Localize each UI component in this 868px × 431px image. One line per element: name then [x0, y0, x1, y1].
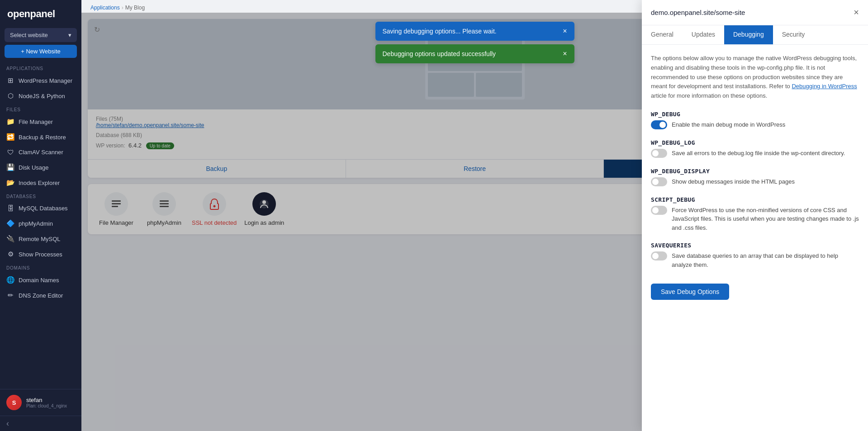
toggle-wp-debug[interactable]: [651, 120, 667, 129]
shield-icon: 🛡: [6, 148, 14, 156]
folder-icon: 📁: [6, 118, 14, 126]
sidebar-item-label: NodeJS & Python: [19, 93, 65, 99]
debug-option-desc-wp-debug: Enable the main debug mode in WordPress: [672, 120, 785, 129]
toggle-wp-debug-display-slider: [651, 177, 667, 186]
debug-option-name-script-debug: SCRIPT_DEBUG: [651, 196, 859, 203]
debug-option-savequeries: SAVEQUERIES Save database queries to an …: [651, 242, 859, 269]
tab-debugging[interactable]: Debugging: [724, 25, 773, 44]
toggle-script-debug-slider: [651, 206, 667, 215]
avatar: S: [6, 395, 22, 410]
sidebar-item-disk-usage[interactable]: 💾 Disk Usage: [0, 160, 81, 175]
sidebar-item-label: Disk Usage: [19, 164, 48, 171]
toggle-script-debug[interactable]: [651, 206, 667, 215]
database-icon: 🗄: [6, 204, 14, 212]
user-plan: Plan: cloud_4_nginx: [26, 403, 67, 408]
inodes-icon: 📂: [6, 179, 14, 187]
sidebar-item-phpmyadmin[interactable]: 🔷 phpMyAdmin: [0, 216, 81, 231]
sidebar-item-label: Domain Names: [19, 277, 59, 284]
breadcrumb-child: My Blog: [125, 5, 145, 11]
panel-header: demo.openpanel.site/some-site ×: [642, 0, 868, 25]
user-name: stefan: [26, 397, 67, 403]
sidebar-item-backup-restore[interactable]: 🔁 Backup & Restore: [0, 129, 81, 145]
panel-close-button[interactable]: ×: [854, 7, 859, 18]
sidebar-item-inodes[interactable]: 📂 Inodes Explorer: [0, 175, 81, 190]
sidebar-collapse-button[interactable]: ‹: [0, 416, 81, 431]
tab-security[interactable]: Security: [773, 25, 814, 44]
toast-success: Debugging options updated successfully ×: [375, 44, 574, 63]
backup-icon: 🔁: [6, 133, 14, 141]
sidebar-item-label: MySQL Databases: [19, 205, 68, 212]
processes-icon: ⚙: [6, 250, 14, 258]
section-label-databases: Databases: [0, 190, 81, 201]
globe-icon: 🌐: [6, 276, 14, 284]
sidebar-item-label: File Manager: [19, 118, 53, 125]
toast-saving-close[interactable]: ×: [557, 27, 567, 35]
panel-tabs: General Updates Debugging Security: [642, 25, 868, 45]
save-debug-options-button[interactable]: Save Debug Options: [651, 284, 729, 300]
sidebar-item-label: DNS Zone Editor: [19, 292, 63, 299]
nodejs-icon: ⬡: [6, 92, 14, 100]
sidebar-item-label: ClamAV Scanner: [19, 149, 63, 156]
section-label-domains: Domains: [0, 262, 81, 272]
sidebar-footer: S stefan Plan: cloud_4_nginx: [0, 389, 81, 416]
toast-success-close[interactable]: ×: [557, 50, 567, 58]
sidebar: openpanel Select website ▾ + New Website…: [0, 0, 81, 431]
toggle-wp-debug-log[interactable]: [651, 149, 667, 158]
plugin-icon: 🔌: [6, 235, 14, 243]
debug-option-wp-debug-log: WP_DEBUG_LOG Save all errors to the debu…: [651, 139, 859, 158]
debug-option-desc-script-debug: Force WordPress to use the non-minified …: [672, 206, 859, 232]
disk-icon: 💾: [6, 163, 14, 171]
debug-option-name-savequeries: SAVEQUERIES: [651, 242, 859, 249]
select-website-label: Select website: [10, 32, 48, 38]
debug-option-name-wp-debug-log: WP_DEBUG_LOG: [651, 139, 859, 146]
section-label-files: Files: [0, 104, 81, 114]
wordpress-icon: ⊞: [6, 76, 14, 85]
sidebar-item-label: Backup & Restore: [19, 134, 66, 141]
chevron-down-icon: ▾: [68, 32, 71, 38]
debug-option-desc-wp-debug-log: Save all errors to the debug.log file in…: [672, 149, 845, 158]
debug-option-name-wp-debug: WP_DEBUG: [651, 111, 859, 118]
debugging-panel: demo.openpanel.site/some-site × General …: [642, 0, 868, 431]
sidebar-item-file-manager[interactable]: 📁 File Manager: [0, 114, 81, 129]
debug-option-desc-wp-debug-display: Show debug messages inside the HTML page…: [672, 177, 795, 186]
new-website-button[interactable]: + New Website: [5, 45, 77, 58]
tab-updates[interactable]: Updates: [683, 25, 724, 44]
sidebar-item-label: WordPress Manager: [19, 77, 72, 84]
sidebar-item-label: phpMyAdmin: [19, 220, 53, 227]
panel-body: The options below allow you to manage th…: [642, 45, 868, 431]
panel-title: demo.openpanel.site/some-site: [651, 9, 745, 16]
toast-saving: Saving debugging options... Please wait.…: [375, 22, 574, 41]
toggle-wp-debug-display[interactable]: [651, 177, 667, 186]
section-label-applications: Applications: [0, 62, 81, 73]
debug-docs-link[interactable]: Debugging in WordPress: [792, 83, 857, 90]
sidebar-item-label: Show Processes: [19, 251, 62, 258]
select-website-dropdown[interactable]: Select website ▾: [5, 28, 77, 42]
debug-option-desc-savequeries: Save database queries to an array that c…: [672, 251, 859, 269]
sidebar-logo: openpanel: [0, 0, 81, 28]
sidebar-item-remote-mysql[interactable]: 🔌 Remote MySQL: [0, 231, 81, 246]
debug-option-wp-debug-display: WP_DEBUG_DISPLAY Show debug messages ins…: [651, 168, 859, 186]
edit-icon: ✏: [6, 291, 14, 299]
debug-option-script-debug: SCRIPT_DEBUG Force WordPress to use the …: [651, 196, 859, 232]
breadcrumb-root[interactable]: Applications: [90, 5, 120, 11]
debug-option-wp-debug: WP_DEBUG Enable the main debug mode in W…: [651, 111, 859, 129]
sidebar-item-clamav[interactable]: 🛡 ClamAV Scanner: [0, 145, 81, 160]
sidebar-item-dns-zone[interactable]: ✏ DNS Zone Editor: [0, 288, 81, 303]
panel-description: The options below allow you to manage th…: [651, 54, 859, 101]
sidebar-item-mysql[interactable]: 🗄 MySQL Databases: [0, 201, 81, 216]
toggle-savequeries[interactable]: [651, 251, 667, 260]
sidebar-item-label: Remote MySQL: [19, 236, 60, 242]
sidebar-item-show-processes[interactable]: ⚙ Show Processes: [0, 246, 81, 262]
toast-saving-message: Saving debugging options... Please wait.: [383, 28, 497, 35]
sidebar-item-wordpress-manager[interactable]: ⊞ WordPress Manager: [0, 73, 81, 88]
tab-general[interactable]: General: [642, 25, 683, 44]
sidebar-item-domain-names[interactable]: 🌐 Domain Names: [0, 272, 81, 288]
toast-success-message: Debugging options updated successfully: [383, 50, 496, 57]
breadcrumb-separator: ›: [122, 5, 123, 11]
toggle-wp-debug-log-slider: [651, 149, 667, 158]
phpmyadmin-icon: 🔷: [6, 219, 14, 227]
toggle-wp-debug-slider: [651, 120, 667, 129]
toast-container: Saving debugging options... Please wait.…: [375, 22, 574, 63]
sidebar-item-nodejs-python[interactable]: ⬡ NodeJS & Python: [0, 88, 81, 104]
toggle-savequeries-slider: [651, 251, 667, 260]
